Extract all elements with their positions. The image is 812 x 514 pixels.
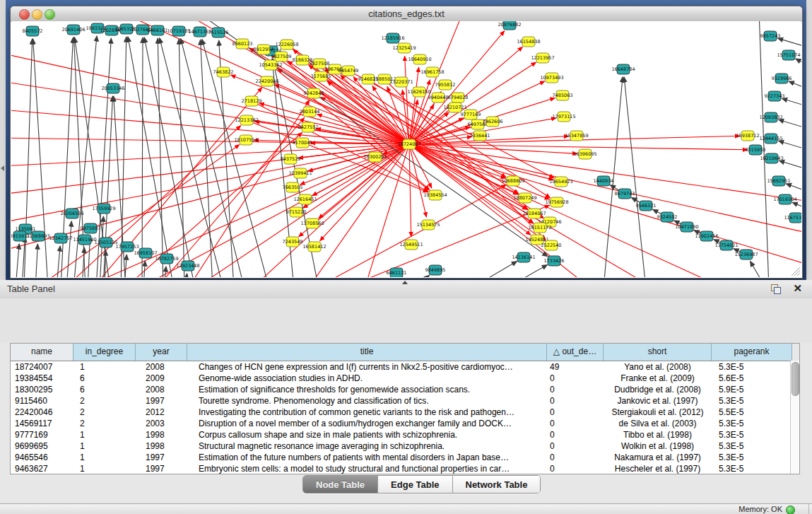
table-row[interactable]: 1830029562008Estimation of significance … [11,384,799,395]
graph-node[interactable]: 8437529 [281,154,301,164]
graph-node[interactable]: 7515526 [208,28,229,37]
graph-node[interactable]: 11451940 [73,235,96,245]
table-row[interactable]: 1872400712008Changes of HCN gene express… [11,361,799,373]
graph-node[interactable]: 9975887 [81,223,101,233]
graph-node[interactable]: 9849895 [425,265,446,275]
column-header-out_de[interactable]: △ out_de… [547,344,604,361]
graph-node[interactable]: 16154838 [517,37,540,47]
graph-node[interactable]: 20876882 [498,21,521,30]
split-divider-handle-icon[interactable] [402,281,408,284]
graph-node[interactable]: 10543362 [259,60,282,70]
tab-node-table[interactable]: Node Table [303,476,378,493]
graph-node[interactable]: 20053346 [101,83,124,93]
column-header-title[interactable]: title [187,344,547,361]
graph-node[interactable]: 16782759 [155,254,178,264]
graph-node[interactable]: 11675345 [784,213,801,223]
graph-node[interactable]: 18107554 [234,135,257,145]
graph-node[interactable]: 6794028 [448,93,469,103]
table-row[interactable]: 2242004622012Investigating the contribut… [11,407,799,418]
table-row[interactable]: 977716911998Corpus callosum shape and si… [11,429,799,440]
column-header-in_degree[interactable]: in_degree [73,344,136,361]
scrollbar-thumb[interactable] [792,362,799,396]
resize-grip-icon[interactable] [792,267,800,276]
graph-node[interactable]: 9227343 [765,91,785,101]
graph-node[interactable]: 11708560 [300,218,324,228]
graph-node[interactable]: 13505135 [94,238,117,247]
graph-node[interactable]: 12213957 [531,53,554,63]
graph-node[interactable]: 12325419 [392,43,416,53]
graph-node[interactable]: 17973115 [552,112,575,122]
graph-node[interactable]: 16961758 [420,67,444,77]
graph-node[interactable]: 12549511 [399,240,423,250]
graph-node[interactable]: 7955812 [435,80,456,90]
column-header-pagerank[interactable]: pagerank [712,344,792,361]
close-panel-icon[interactable]: ✕ [793,282,802,295]
table-row[interactable]: 1456911722003Disruption of a novel membe… [11,418,799,429]
table-vertical-scrollbar[interactable] [790,361,799,474]
graph-node[interactable]: 12616451 [293,194,317,204]
graph-node[interactable]: 12923448 [176,261,199,271]
table-row[interactable]: 1938455462009Genome-wide association stu… [11,373,799,384]
graph-node[interactable]: 16396095 [573,149,596,159]
graph-node[interactable]: 1440934 [594,176,614,186]
column-header-short[interactable]: short [604,344,712,361]
graph-node[interactable]: 15347859 [565,131,588,141]
table-row[interactable]: 911546021997Tourette syndrome. Phenomeno… [11,395,799,407]
graph-node[interactable]: 16210721 [443,103,466,112]
table-row[interactable]: 946362711997Embryonic stem cells: a mode… [11,463,799,474]
graph-node[interactable]: 19654923 [549,177,572,187]
graph-node[interactable]: 16581412 [302,242,326,252]
graph-node[interactable]: 20691406 [61,25,85,35]
graph-node[interactable]: 8405572 [23,26,43,36]
graph-node[interactable]: 17359929 [92,204,115,214]
graph-node[interactable]: 13220371 [389,77,413,87]
graph-node[interactable]: 19384554 [423,190,447,200]
graph-node[interactable]: 10719185 [167,26,190,36]
graph-node[interactable]: 16210643 [760,153,783,163]
graph-node[interactable]: 8215958 [746,145,766,155]
graph-node[interactable]: 8679743 [615,189,635,199]
memory-ok-icon[interactable] [786,506,795,514]
graph-node[interactable]: 8660123 [233,39,253,49]
graph-node[interactable]: 9857243 [760,31,781,41]
graph-edge [471,262,517,277]
graph-node[interactable]: 6466161 [148,25,168,35]
graph-node[interactable]: 15134575 [416,220,440,230]
collapse-panel-icon[interactable] [1,165,4,171]
graph-node[interactable]: 7485063 [553,90,573,100]
column-header-year[interactable]: year [136,344,187,361]
float-panel-icon[interactable] [771,284,781,294]
cell: 0 [547,452,604,463]
graph-node[interactable]: 2336441 [470,131,490,141]
graph-node[interactable]: 6461121 [387,268,407,277]
graph-node[interactable]: 16648784 [611,64,635,74]
graph-edge [16,244,19,277]
graph-node[interactable]: 1733426 [544,256,565,266]
graph-node[interactable]: 18640910 [408,54,431,64]
graph-node[interactable]: 14136141 [512,252,535,262]
graph-node[interactable]: 7663505 [283,182,303,192]
tab-edge-table[interactable]: Edge Table [378,476,452,493]
graph-node[interactable]: 11568693 [26,231,49,241]
graph-node[interactable]: 9329966 [772,74,792,83]
table-row[interactable]: 969969511998Structural magnetic resonanc… [11,440,799,452]
network-window[interactable]: citations_edges.txt 18724007840557220691… [10,6,803,279]
graph-node[interactable]: 10399411 [288,168,312,178]
network-canvas[interactable]: 1872400784055722069140619933211120289451… [11,21,801,277]
graph-node[interactable]: 15938712 [736,131,759,141]
graph-node[interactable]: 4170041 [293,138,313,148]
network-window-titlebar[interactable]: citations_edges.txt [11,6,802,22]
graph-node[interactable]: 12342757 [49,233,72,243]
graph-node[interactable]: 12185916 [381,33,404,43]
graph-node[interactable]: 15751074 [777,50,800,60]
table-row[interactable]: 946554611997Estimation of the future num… [11,452,799,463]
graph-node[interactable]: 2522540 [541,240,562,250]
tab-network-table[interactable]: Network Table [453,476,541,493]
graph-node[interactable]: 7243548 [283,237,303,247]
graph-node[interactable]: 15236987 [734,250,758,259]
graph-node[interactable]: 15692951 [767,176,790,186]
graph-node[interactable]: 12444155 [759,134,782,144]
graph-node[interactable]: 7463822 [213,67,234,77]
svg-text:8437529: 8437529 [281,156,301,162]
column-header-name[interactable]: name [11,344,73,361]
